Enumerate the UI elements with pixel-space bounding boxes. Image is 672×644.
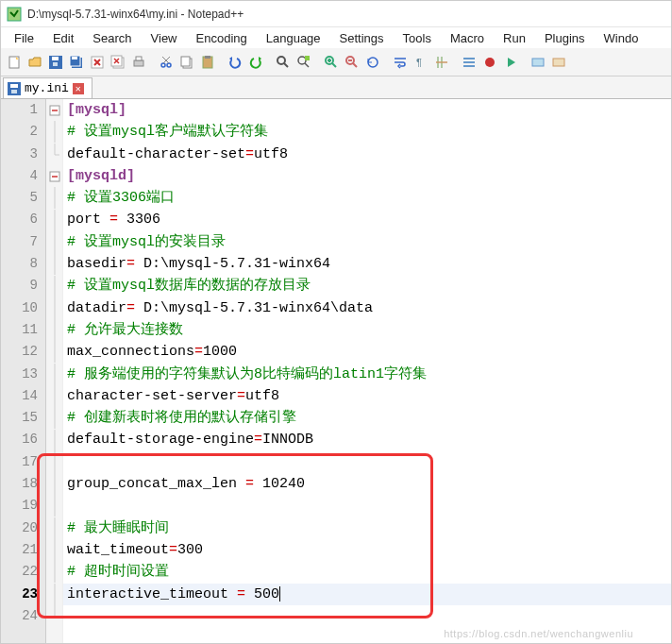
line-number: 16 [1, 429, 38, 450]
menu-file[interactable]: File [5, 29, 43, 47]
code-line[interactable]: # 设置3306端口 [67, 187, 671, 209]
toolbar-toggle-1-icon[interactable] [529, 53, 547, 72]
code-line[interactable]: # 设置mysql客户端默认字符集 [67, 121, 671, 143]
tab-myini[interactable]: my.ini ✕ [3, 77, 92, 98]
fold-column [46, 99, 63, 643]
watermark: https://blog.csdn.net/wenchangwenliu [444, 628, 633, 639]
code-line[interactable]: default-character-set=utf8 [67, 144, 671, 165]
svg-rect-18 [205, 56, 210, 59]
toolbar-close-all-icon[interactable] [109, 53, 127, 72]
toolbar-sync-icon[interactable] [363, 53, 382, 72]
toolbar-zoom-out-icon[interactable] [343, 53, 361, 72]
code-line[interactable]: # 设置mysql的安装目录 [67, 231, 671, 253]
code-line[interactable]: # 超时时间设置 [67, 561, 671, 583]
code-line[interactable]: wait_timeout=300 [67, 539, 671, 561]
line-number: 20 [1, 517, 38, 539]
svg-rect-27 [553, 59, 564, 66]
fold-marker[interactable] [46, 99, 62, 121]
fold-marker [46, 364, 62, 385]
svg-rect-26 [532, 59, 544, 66]
menu-encoding[interactable]: Encoding [187, 29, 257, 47]
code-line[interactable]: [mysqld] [67, 165, 671, 187]
code-line[interactable] [67, 451, 671, 473]
save-icon [8, 82, 21, 95]
menu-edit[interactable]: Edit [43, 29, 83, 47]
fold-marker [46, 385, 62, 407]
toolbar-copy-icon[interactable] [177, 53, 196, 72]
line-number: 4 [1, 165, 38, 187]
svg-rect-7 [72, 57, 77, 59]
line-number: 12 [1, 341, 38, 363]
menu-tools[interactable]: Tools [394, 29, 441, 47]
svg-text:¶: ¶ [416, 57, 422, 68]
menu-macro[interactable]: Macro [441, 29, 494, 47]
code-line[interactable]: interactive_timeout = 500 [67, 584, 671, 605]
line-number: 24 [1, 605, 38, 627]
toolbar-save-all-icon[interactable] [67, 53, 86, 72]
toolbar-save-icon[interactable] [46, 53, 65, 72]
code-line[interactable]: # 创建新表时将使用的默认存储引擎 [67, 407, 671, 429]
fold-marker [46, 429, 62, 450]
toolbar-toggle-2-icon[interactable] [549, 53, 568, 72]
code-line[interactable]: default-storage-engine=INNODB [67, 429, 671, 450]
toolbar-indent-guide-icon[interactable] [432, 53, 451, 72]
toolbar-cut-icon[interactable] [157, 53, 176, 72]
fold-marker [46, 144, 62, 165]
code-line[interactable]: basedir= D:\mysql-5.7.31-winx64 [67, 253, 671, 275]
code-line[interactable]: # 最大睡眠时间 [67, 517, 671, 539]
menu-settings[interactable]: Settings [330, 29, 394, 47]
toolbar-record-icon[interactable] [480, 53, 499, 72]
fold-marker [46, 561, 62, 583]
svg-point-19 [277, 57, 285, 64]
code-line[interactable]: group_concat_max_len = 10240 [67, 473, 671, 495]
toolbar-find-icon[interactable] [274, 53, 293, 72]
toolbar-fold-icon[interactable] [460, 53, 479, 72]
menu-language[interactable]: Language [257, 29, 330, 47]
menu-view[interactable]: View [142, 29, 187, 47]
code-area[interactable]: [mysql]# 设置mysql客户端默认字符集default-characte… [63, 99, 671, 643]
code-line[interactable]: character-set-server=utf8 [67, 385, 671, 407]
code-line[interactable] [67, 495, 671, 517]
menu-plugins[interactable]: Plugins [535, 29, 595, 47]
line-number: 10 [1, 297, 38, 319]
line-number: 8 [1, 253, 38, 275]
toolbar-new-icon[interactable] [5, 53, 24, 72]
menu-windo[interactable]: Windo [595, 29, 648, 47]
code-line[interactable]: # 允许最大连接数 [67, 319, 671, 341]
svg-point-13 [161, 63, 165, 67]
fold-marker [46, 121, 62, 143]
toolbar-undo-icon[interactable] [226, 53, 244, 72]
line-number: 15 [1, 407, 38, 429]
code-line[interactable]: port = 3306 [67, 209, 671, 230]
fold-marker [46, 297, 62, 319]
toolbar-redo-icon[interactable] [246, 53, 265, 72]
toolbar-play-icon[interactable] [501, 53, 520, 72]
line-number: 21 [1, 539, 38, 561]
window-title: D:\mysql-5.7.31-winx64\my.ini - Notepad+… [27, 8, 244, 21]
menu-run[interactable]: Run [494, 29, 535, 47]
code-line[interactable]: [mysql] [67, 99, 671, 121]
code-lines[interactable]: [mysql]# 设置mysql客户端默认字符集default-characte… [63, 99, 671, 627]
code-line[interactable]: # 设置mysql数据库的数据的存放目录 [67, 275, 671, 297]
code-line[interactable]: max_connections=1000 [67, 341, 671, 363]
line-number: 6 [1, 209, 38, 230]
tab-label: my.ini [25, 81, 69, 95]
svg-rect-30 [11, 90, 17, 93]
toolbar-word-wrap-icon[interactable] [391, 53, 410, 72]
toolbar-zoom-in-icon[interactable] [322, 53, 341, 72]
code-line[interactable] [67, 605, 671, 627]
fold-marker [46, 605, 62, 627]
toolbar-replace-icon[interactable] [294, 53, 313, 72]
line-number: 5 [1, 187, 38, 209]
toolbar-show-all-icon[interactable]: ¶ [412, 53, 430, 72]
toolbar-print-icon[interactable] [129, 53, 148, 72]
toolbar-paste-icon[interactable] [198, 53, 217, 72]
menu-search[interactable]: Search [83, 29, 141, 47]
toolbar-close-icon[interactable] [88, 53, 107, 72]
close-icon[interactable]: ✕ [73, 83, 84, 94]
fold-marker [46, 495, 62, 517]
code-line[interactable]: # 服务端使用的字符集默认为8比特编码的latin1字符集 [67, 364, 671, 385]
fold-marker[interactable] [46, 165, 62, 187]
code-line[interactable]: datadir= D:\mysql-5.7.31-winx64\data [67, 297, 671, 319]
toolbar-open-icon[interactable] [25, 53, 44, 72]
